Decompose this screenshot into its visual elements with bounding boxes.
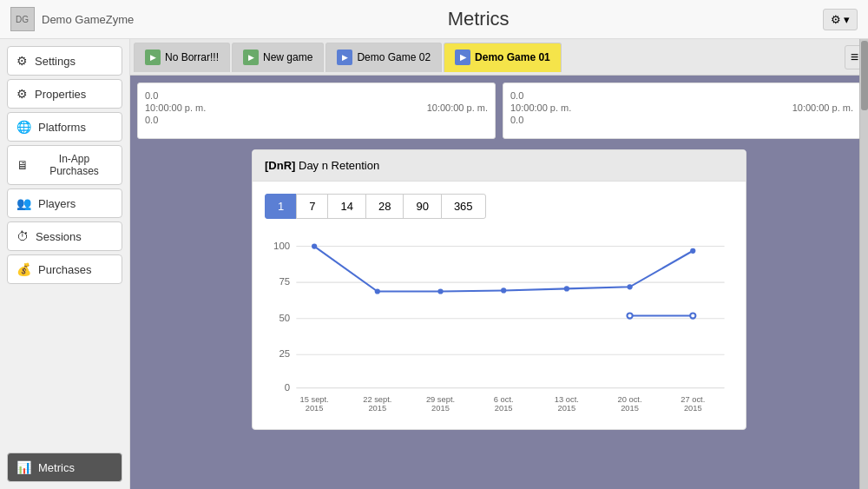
- main-layout: ⚙ Settings ⚙ Properties 🌐 Platforms 🖥 In…: [0, 39, 868, 489]
- sidebar-item-properties[interactable]: ⚙ Properties: [7, 79, 122, 109]
- tab-new-game[interactable]: ▶ New game: [232, 43, 324, 72]
- tab-label-demo-02: Demo Game 02: [357, 51, 431, 63]
- page-title: Metrics: [448, 8, 510, 30]
- sidebar-item-inapp[interactable]: 🖥 In-App Purchases: [7, 145, 122, 185]
- sidebar-item-settings[interactable]: ⚙ Settings: [7, 46, 122, 76]
- day-btn-1[interactable]: 1: [265, 194, 297, 219]
- metrics-icon: 📊: [16, 460, 31, 474]
- settings-icon: ⚙: [16, 54, 28, 68]
- dnr-body: 1 7 14 28 90 365 100 75 50: [253, 182, 746, 429]
- topbar-left: DG Demo GameZyme: [10, 7, 134, 31]
- chart-dot: [375, 288, 380, 294]
- line-chart-container: 100 75 50 25 0: [265, 233, 733, 417]
- svg-text:50: 50: [279, 313, 290, 323]
- dnr-card: [DnR] Day n Retention 1 7 14 28 90 365: [252, 149, 746, 430]
- dnr-header: [DnR] Day n Retention: [253, 150, 746, 182]
- charts-row: 0.0 10:00:00 p. m. 10:00:00 p. m. 0.0: [130, 76, 868, 139]
- sidebar-item-metrics[interactable]: 📊 Metrics: [7, 453, 122, 482]
- chart-left-val1: 0.0: [145, 90, 158, 101]
- topbar-right: ⚙ ▾: [823, 9, 858, 30]
- app-name: Demo GameZyme: [42, 13, 134, 26]
- properties-icon: ⚙: [16, 87, 28, 101]
- tab-icon-demo-01: ▶: [455, 50, 470, 65]
- chart-dot-hollow: [690, 313, 695, 318]
- svg-text:2015: 2015: [621, 404, 639, 413]
- chart-dot: [501, 287, 506, 293]
- gear-icon: ⚙: [831, 13, 841, 26]
- chart-card-right: 0.0 10:00:00 p. m. 10:00:00 p. m. 0.0: [503, 83, 861, 139]
- dnr-title: Day n Retention: [299, 159, 379, 172]
- chart-dot: [690, 248, 695, 254]
- content-area: 0.0 10:00:00 p. m. 10:00:00 p. m. 0.0: [130, 76, 868, 489]
- svg-text:2015: 2015: [558, 404, 576, 413]
- sidebar-label-sessions: Sessions: [36, 230, 82, 243]
- chart-line-series1: [314, 247, 693, 292]
- topbar: DG Demo GameZyme Metrics ⚙ ▾: [0, 0, 868, 39]
- tabs-bar: ▶ No Borrar!!! ▶ New game ▶ Demo Game 02…: [130, 39, 868, 76]
- chart-right-val1: 0.0: [510, 90, 523, 101]
- tab-icon-no-borrar: ▶: [145, 50, 161, 65]
- svg-text:100: 100: [273, 241, 290, 251]
- day-btn-14[interactable]: 14: [327, 194, 365, 219]
- tab-label-no-borrar: No Borrar!!!: [165, 51, 219, 63]
- day-buttons: 1 7 14 28 90 365: [265, 194, 733, 219]
- chart-dot-hollow: [627, 313, 632, 318]
- inapp-icon: 🖥: [16, 158, 29, 172]
- main-content: ▶ No Borrar!!! ▶ New game ▶ Demo Game 02…: [130, 39, 868, 489]
- tab-label-demo-01: Demo Game 01: [475, 51, 550, 63]
- sidebar: ⚙ Settings ⚙ Properties 🌐 Platforms 🖥 In…: [0, 39, 130, 489]
- svg-text:2015: 2015: [368, 404, 386, 413]
- sidebar-label-settings: Settings: [35, 55, 76, 68]
- sidebar-label-purchases: Purchases: [38, 263, 91, 276]
- svg-text:DG: DG: [16, 15, 29, 24]
- tab-no-borrar[interactable]: ▶ No Borrar!!!: [134, 43, 230, 72]
- chart-dot: [627, 284, 632, 289]
- chart-right-time1: 10:00:00 p. m.: [510, 102, 571, 113]
- svg-text:2015: 2015: [306, 404, 324, 413]
- chart-left-time1: 10:00:00 p. m.: [145, 102, 206, 113]
- chart-left-val2: 0.0: [145, 115, 158, 125]
- chart-left-data: 0.0 10:00:00 p. m. 10:00:00 p. m. 0.0: [145, 90, 488, 125]
- sidebar-label-properties: Properties: [35, 88, 86, 101]
- chart-right-val2: 0.0: [510, 115, 523, 125]
- dropdown-arrow-icon: ▾: [844, 13, 850, 26]
- svg-text:75: 75: [279, 276, 290, 287]
- gear-button[interactable]: ⚙ ▾: [823, 9, 858, 30]
- dnr-tag: [DnR]: [265, 159, 299, 172]
- svg-text:0: 0: [285, 382, 290, 393]
- chart-dot: [437, 288, 443, 294]
- chart-right-data: 0.0 10:00:00 p. m. 10:00:00 p. m. 0.0: [510, 90, 853, 125]
- chart-dot: [312, 243, 317, 248]
- tab-demo-02[interactable]: ▶ Demo Game 02: [326, 43, 442, 72]
- sessions-icon: ⏱: [16, 229, 29, 243]
- line-chart: 100 75 50 25 0: [265, 233, 733, 413]
- platforms-icon: 🌐: [16, 120, 31, 134]
- chart-left-time2: 10:00:00 p. m.: [427, 102, 488, 113]
- chart-dot: [564, 286, 569, 291]
- app-logo: DG: [10, 7, 35, 31]
- sidebar-label-players: Players: [38, 197, 76, 210]
- day-btn-28[interactable]: 28: [365, 194, 404, 219]
- sidebar-item-platforms[interactable]: 🌐 Platforms: [7, 112, 122, 142]
- sidebar-item-players[interactable]: 👥 Players: [7, 188, 122, 218]
- sidebar-label-metrics: Metrics: [38, 461, 75, 474]
- scrollbar[interactable]: [859, 39, 868, 489]
- tab-icon-new-game: ▶: [243, 50, 259, 65]
- day-btn-365[interactable]: 365: [441, 194, 486, 219]
- day-btn-90[interactable]: 90: [403, 194, 441, 219]
- purchases-icon: 💰: [16, 262, 31, 276]
- svg-text:2015: 2015: [495, 404, 513, 413]
- tab-label-new-game: New game: [263, 51, 312, 63]
- day-btn-7[interactable]: 7: [296, 194, 328, 219]
- svg-text:25: 25: [279, 348, 290, 359]
- chart-card-left: 0.0 10:00:00 p. m. 10:00:00 p. m. 0.0: [137, 83, 496, 139]
- sidebar-label-platforms: Platforms: [38, 121, 86, 134]
- players-icon: 👥: [16, 196, 31, 210]
- sidebar-item-purchases[interactable]: 💰 Purchases: [7, 254, 122, 284]
- svg-text:2015: 2015: [684, 404, 702, 413]
- svg-text:2015: 2015: [431, 404, 450, 413]
- chart-right-time2: 10:00:00 p. m.: [792, 102, 853, 113]
- sidebar-label-inapp: In-App Purchases: [36, 153, 113, 177]
- tab-demo-01[interactable]: ▶ Demo Game 01: [444, 43, 562, 72]
- sidebar-item-sessions[interactable]: ⏱ Sessions: [7, 221, 122, 251]
